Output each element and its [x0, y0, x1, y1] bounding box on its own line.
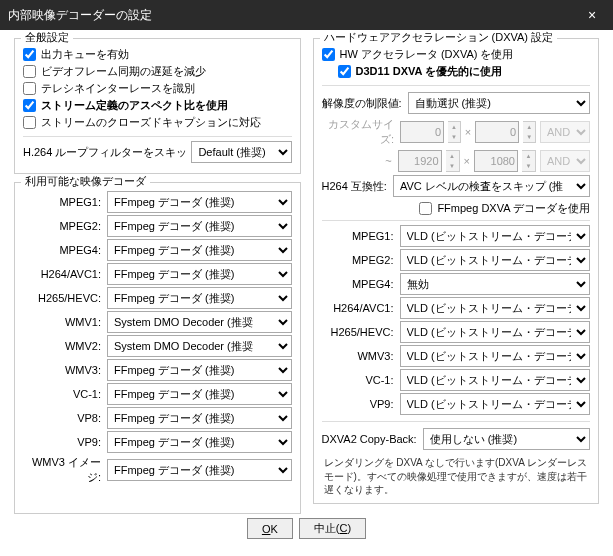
w1 [400, 121, 444, 143]
opt-d3d11[interactable]: D3D11 DXVA を優先的に使用 [338, 64, 591, 79]
decoder-select[interactable]: FFmpeg デコーダ (推奨) [107, 459, 292, 481]
footer: OK 中止(C) [0, 510, 613, 547]
hw-codec-label: MPEG2: [322, 254, 394, 266]
hw-codec-select[interactable]: VLD (ビットストリーム・デコーディ [400, 369, 591, 391]
copyback-select[interactable]: 使用しない (推奨) [423, 428, 590, 450]
copyback-label: DXVA2 Copy-Back: [322, 433, 417, 445]
opt-use-hw[interactable]: HW アクセラレータ (DXVA) を使用 [322, 47, 591, 62]
custom-size-row2: ~ ▲▼ × ▲▼ AND [322, 150, 591, 172]
ok-button[interactable]: OK [247, 518, 293, 539]
decoder-select[interactable]: FFmpeg デコーダ (推奨) [107, 239, 292, 261]
hw-codec-label: H265/HEVC: [322, 326, 394, 338]
decoder-row: WMV3:FFmpeg デコーダ (推奨) [23, 359, 292, 381]
decoder-row: WMV2:System DMO Decoder (推奨 [23, 335, 292, 357]
hw-codec-label: H264/AVC1: [322, 302, 394, 314]
w2 [398, 150, 442, 172]
hw-codec-select[interactable]: VLD (ビットストリーム・デコーディ [400, 297, 591, 319]
decoder-label: H265/HEVC: [23, 292, 101, 304]
decoder-label: MPEG2: [23, 220, 101, 232]
decoder-label: MPEG1: [23, 196, 101, 208]
decoder-select[interactable]: FFmpeg デコーダ (推奨) [107, 407, 292, 429]
content: 全般設定 出力キューを有効 ビデオフレーム同期の遅延を減少 テレシネインターレー… [0, 30, 613, 510]
decoder-select[interactable]: System DMO Decoder (推奨 [107, 311, 292, 333]
general-legend: 全般設定 [21, 30, 73, 45]
h1 [475, 121, 519, 143]
general-settings: 全般設定 出力キューを有効 ビデオフレーム同期の遅延を減少 テレシネインターレー… [14, 38, 301, 174]
hw-codec-row: MPEG1:VLD (ビットストリーム・デコーディ [322, 225, 591, 247]
hw-codec-row: MPEG4:無効 [322, 273, 591, 295]
spin-icon: ▲▼ [522, 150, 536, 172]
decoders-legend: 利用可能な映像デコーダ [21, 174, 150, 189]
decoder-select[interactable]: System DMO Decoder (推奨 [107, 335, 292, 357]
spin-icon: ▲▼ [446, 150, 460, 172]
decoder-row: WMV3 イメージ:FFmpeg デコーダ (推奨) [23, 455, 292, 485]
decoder-select[interactable]: FFmpeg デコーダ (推奨) [107, 287, 292, 309]
hw-codec-row: MPEG2:VLD (ビットストリーム・デコーディ [322, 249, 591, 271]
decoder-row: H264/AVC1:FFmpeg デコーダ (推奨) [23, 263, 292, 285]
hw-codec-row: VP9:VLD (ビットストリーム・デコーディ [322, 393, 591, 415]
opt-aspect[interactable]: ストリーム定義のアスペクト比を使用 [23, 98, 292, 113]
hw-codec-select[interactable]: VLD (ビットストリーム・デコーディ [400, 225, 591, 247]
left-column: 全般設定 出力キューを有効 ビデオフレーム同期の遅延を減少 テレシネインターレー… [14, 38, 301, 510]
hw-codec-row: H265/HEVC:VLD (ビットストリーム・デコーディ [322, 321, 591, 343]
hw-codec-select[interactable]: 無効 [400, 273, 591, 295]
decoder-label: WMV3 イメージ: [23, 455, 101, 485]
close-icon[interactable]: × [579, 7, 605, 23]
opt-ffdxva[interactable]: FFmpeg DXVA デコーダを使用 [322, 201, 591, 216]
decoder-select[interactable]: FFmpeg デコーダ (推奨) [107, 191, 292, 213]
spin-icon: ▲▼ [523, 121, 536, 143]
decoder-select[interactable]: FFmpeg デコーダ (推奨) [107, 431, 292, 453]
hw-codec-label: VP9: [322, 398, 394, 410]
decoder-row: WMV1:System DMO Decoder (推奨 [23, 311, 292, 333]
decoder-label: WMV3: [23, 364, 101, 376]
hw-codec-row: WMV3:VLD (ビットストリーム・デコーディ [322, 345, 591, 367]
h264-compat-row: H264 互換性: AVC レベルの検査をスキップ (推 [322, 175, 591, 197]
hw-codec-select[interactable]: VLD (ビットストリーム・デコーディ [400, 321, 591, 343]
hw-codec-label: VC-1: [322, 374, 394, 386]
decoder-row: H265/HEVC:FFmpeg デコーダ (推奨) [23, 287, 292, 309]
hw-codec-label: WMV3: [322, 350, 394, 362]
decoder-row: VC-1:FFmpeg デコーダ (推奨) [23, 383, 292, 405]
h264-loop-row: H.264 ループフィルターをスキッ Default (推奨) [23, 141, 292, 163]
decoder-label: H264/AVC1: [23, 268, 101, 280]
decoder-select[interactable]: FFmpeg デコーダ (推奨) [107, 383, 292, 405]
available-decoders: 利用可能な映像デコーダ MPEG1:FFmpeg デコーダ (推奨)MPEG2:… [14, 182, 301, 514]
cancel-button[interactable]: 中止(C) [299, 518, 366, 539]
and2: AND [540, 150, 590, 172]
hw-codec-label: MPEG4: [322, 278, 394, 290]
hw-codec-label: MPEG1: [322, 230, 394, 242]
hw-codec-select[interactable]: VLD (ビットストリーム・デコーディ [400, 249, 591, 271]
opt-cc[interactable]: ストリームのクローズドキャプションに対応 [23, 115, 292, 130]
right-column: ハードウェアアクセラレーション (DXVA) 設定 HW アクセラレータ (DX… [313, 38, 600, 510]
h2 [474, 150, 518, 172]
opt-frame-sync[interactable]: ビデオフレーム同期の遅延を減少 [23, 64, 292, 79]
decoder-row: VP9:FFmpeg デコーダ (推奨) [23, 431, 292, 453]
opt-output-queue[interactable]: 出力キューを有効 [23, 47, 292, 62]
res-limit-row: 解像度の制限値: 自動選択 (推奨) [322, 92, 591, 114]
and1: AND [540, 121, 590, 143]
custom-size-row1: カスタムサイズ: ▲▼ × ▲▼ AND [322, 117, 591, 147]
hw-legend: ハードウェアアクセラレーション (DXVA) 設定 [320, 30, 558, 45]
opt-telecine[interactable]: テレシネインターレースを識別 [23, 81, 292, 96]
decoder-select[interactable]: FFmpeg デコーダ (推奨) [107, 359, 292, 381]
res-limit-select[interactable]: 自動選択 (推奨) [408, 92, 590, 114]
titlebar: 内部映像デコーダーの設定 × [0, 0, 613, 30]
window-title: 内部映像デコーダーの設定 [8, 7, 579, 24]
res-limit-label: 解像度の制限値: [322, 96, 402, 111]
h264-compat-select[interactable]: AVC レベルの検査をスキップ (推 [393, 175, 590, 197]
decoder-label: VP9: [23, 436, 101, 448]
copyback-note: レンダリングを DXVA なしで行います(DXVA レンダーレスモード)。すべて… [322, 453, 591, 497]
h264-loop-select[interactable]: Default (推奨) [191, 141, 291, 163]
h264-loop-label: H.264 ループフィルターをスキッ [23, 145, 187, 160]
hw-accel: ハードウェアアクセラレーション (DXVA) 設定 HW アクセラレータ (DX… [313, 38, 600, 504]
hw-codec-row: H264/AVC1:VLD (ビットストリーム・デコーディ [322, 297, 591, 319]
hw-codec-select[interactable]: VLD (ビットストリーム・デコーディ [400, 345, 591, 367]
custom-size-label: カスタムサイズ: [321, 117, 394, 147]
decoder-row: MPEG1:FFmpeg デコーダ (推奨) [23, 191, 292, 213]
decoder-row: MPEG2:FFmpeg デコーダ (推奨) [23, 215, 292, 237]
decoder-select[interactable]: FFmpeg デコーダ (推奨) [107, 215, 292, 237]
hw-codec-select[interactable]: VLD (ビットストリーム・デコーディ [400, 393, 591, 415]
decoder-label: WMV2: [23, 340, 101, 352]
decoder-label: VC-1: [23, 388, 101, 400]
decoder-select[interactable]: FFmpeg デコーダ (推奨) [107, 263, 292, 285]
